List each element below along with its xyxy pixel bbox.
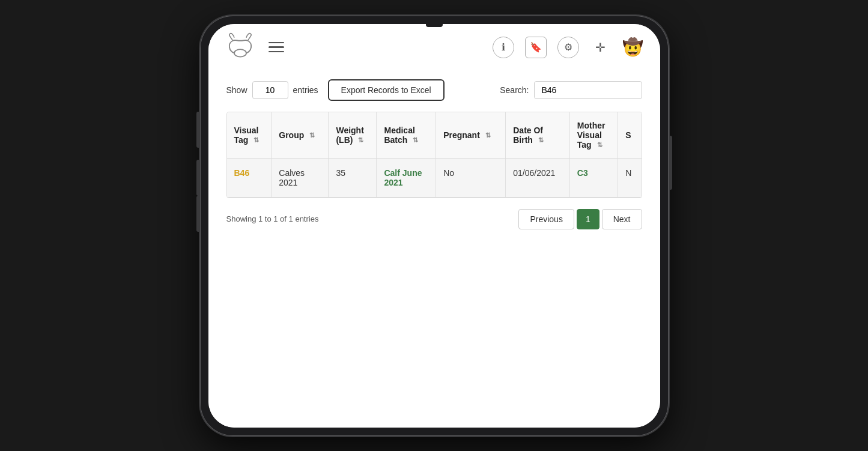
col-group: Group ⇅ — [272, 112, 329, 159]
phone-frame: ℹ 🔖 ⚙ ✛ 🤠 — [200, 16, 669, 436]
settings-button[interactable]: ⚙ — [557, 37, 579, 58]
move-button[interactable]: ✛ — [590, 37, 612, 58]
col-visual-tag: VisualTag ⇅ — [227, 112, 272, 159]
col-s: S — [618, 112, 642, 159]
logo-icon — [225, 32, 255, 62]
pagination-row: Showing 1 to 1 of 1 entries Previous 1 N… — [226, 209, 642, 229]
search-label: Search: — [500, 85, 529, 95]
medical-batch-value: Calf June2021 — [384, 168, 422, 187]
pagination-info: Showing 1 to 1 of 1 entries — [226, 214, 319, 223]
data-table: VisualTag ⇅ Group ⇅ Weight(LB) ⇅ — [227, 112, 642, 198]
bookmark-icon: 🔖 — [530, 41, 542, 53]
entries-label: entries — [293, 85, 318, 95]
cell-pregnant: No — [436, 158, 506, 197]
col-mother-visual-tag: MotherVisualTag ⇅ — [569, 112, 618, 159]
settings-icon: ⚙ — [564, 41, 572, 53]
sort-icon-medical-batch[interactable]: ⇅ — [413, 136, 418, 144]
main-content: Show entries Export Records to Excel Sea… — [208, 67, 660, 428]
col-date-of-birth: Date OfBirth ⇅ — [506, 112, 570, 159]
controls-row: Show entries Export Records to Excel Sea… — [226, 79, 642, 101]
mother-tag-value: C3 — [577, 168, 588, 178]
avatar-icon: 🤠 — [622, 38, 643, 56]
hamburger-menu[interactable] — [269, 42, 284, 53]
search-input[interactable] — [534, 81, 642, 99]
cell-group: Calves2021 — [272, 158, 329, 197]
pagination-controls: Previous 1 Next — [518, 209, 642, 229]
move-icon: ✛ — [595, 40, 605, 55]
cell-medical-batch: Calf June2021 — [377, 158, 436, 197]
sort-icon-group[interactable]: ⇅ — [309, 132, 315, 139]
info-icon: ℹ — [502, 41, 505, 53]
cell-s: N — [618, 158, 642, 197]
avatar-button[interactable]: 🤠 — [622, 37, 643, 57]
sort-icon-pregnant[interactable]: ⇅ — [485, 132, 491, 139]
export-button[interactable]: Export Records to Excel — [328, 79, 445, 101]
next-button[interactable]: Next — [602, 209, 642, 229]
col-medical-batch: MedicalBatch ⇅ — [377, 112, 436, 159]
sort-icon-weight[interactable]: ⇅ — [358, 136, 363, 144]
top-right-icons: ℹ 🔖 ⚙ ✛ 🤠 — [493, 37, 643, 58]
col-pregnant: Pregnant ⇅ — [436, 112, 506, 159]
cell-mother-tag: C3 — [569, 158, 618, 197]
entries-input[interactable] — [252, 81, 288, 99]
top-left-nav — [225, 32, 284, 62]
visual-tag-value: B46 — [234, 168, 250, 178]
show-label: Show — [226, 85, 247, 95]
previous-button[interactable]: Previous — [518, 209, 574, 229]
notch — [426, 24, 443, 27]
data-table-wrapper: VisualTag ⇅ Group ⇅ Weight(LB) ⇅ — [226, 112, 642, 198]
cell-visual-tag: B46 — [227, 158, 272, 197]
table-header-row: VisualTag ⇅ Group ⇅ Weight(LB) ⇅ — [227, 112, 642, 159]
sort-icon-dob[interactable]: ⇅ — [538, 136, 544, 144]
show-entries: Show entries — [226, 81, 318, 99]
phone-screen: ℹ 🔖 ⚙ ✛ 🤠 — [208, 24, 660, 428]
cell-dob: 01/06/2021 — [506, 158, 570, 197]
sort-icon-mother-tag[interactable]: ⇅ — [597, 141, 602, 149]
info-button[interactable]: ℹ — [493, 37, 514, 58]
svg-point-0 — [234, 49, 246, 57]
page-1-button[interactable]: 1 — [577, 209, 599, 229]
col-weight: Weight(LB) ⇅ — [329, 112, 377, 159]
top-bar: ℹ 🔖 ⚙ ✛ 🤠 — [208, 24, 660, 67]
search-row: Search: — [500, 81, 642, 99]
bookmark-button[interactable]: 🔖 — [525, 37, 547, 58]
sort-icon-visual-tag[interactable]: ⇅ — [253, 136, 259, 144]
cell-weight: 35 — [329, 158, 377, 197]
table-row: B46 Calves2021 35 Calf June2021 No 01/06… — [227, 158, 642, 197]
